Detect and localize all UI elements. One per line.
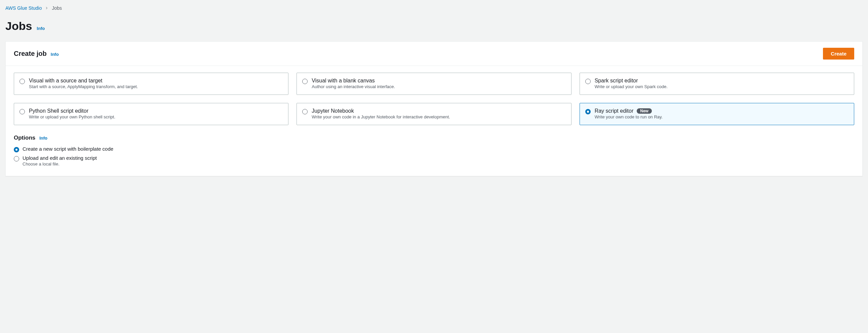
radio-icon (585, 109, 591, 114)
tile-visual-source-target[interactable]: Visual with a source and target Start wi… (14, 73, 288, 95)
breadcrumb: AWS Glue Studio Jobs (5, 4, 863, 13)
panel-title: Create job (14, 50, 47, 58)
tile-desc: Write or upload your own Python shell sc… (29, 114, 115, 119)
job-type-tile-grid: Visual with a source and target Start wi… (14, 73, 854, 125)
tile-jupyter-notebook[interactable]: Jupyter Notebook Write your own code in … (297, 103, 571, 125)
tile-desc: Start with a source, ApplyMapping transf… (29, 84, 138, 89)
option-label: Upload and edit an existing script (23, 155, 97, 161)
tile-title: Visual with a blank canvas (312, 78, 374, 84)
tile-desc: Write your own code in a Jupyter Noteboo… (312, 114, 450, 119)
tile-title: Ray script editor (595, 108, 634, 114)
tile-spark-script-editor[interactable]: Spark script editor Write or upload your… (580, 73, 854, 95)
tile-title: Spark script editor (595, 78, 638, 84)
tile-title: Python Shell script editor (29, 108, 88, 114)
options-section: Options Info Create a new script with bo… (14, 134, 854, 168)
breadcrumb-current: Jobs (52, 5, 62, 11)
tile-desc: Author using an interactive visual inter… (312, 84, 395, 89)
radio-icon (14, 156, 19, 161)
tile-title: Jupyter Notebook (312, 108, 354, 114)
tile-desc: Write or upload your own Spark code. (595, 84, 668, 89)
tile-python-shell-editor[interactable]: Python Shell script editor Write or uplo… (14, 103, 288, 125)
new-badge: New (637, 108, 652, 114)
create-button[interactable]: Create (823, 48, 854, 60)
radio-icon (302, 79, 308, 84)
tile-visual-blank-canvas[interactable]: Visual with a blank canvas Author using … (297, 73, 571, 95)
option-create-new-script[interactable]: Create a new script with boilerplate cod… (14, 145, 854, 154)
page-title: Jobs (5, 20, 32, 33)
create-job-panel: Create job Info Create Visual with a sou… (5, 41, 863, 176)
radio-icon (585, 79, 591, 84)
panel-body: Visual with a source and target Start wi… (6, 66, 862, 176)
page-info-link[interactable]: Info (37, 26, 45, 31)
radio-icon (14, 147, 19, 152)
panel-header: Create job Info Create (6, 42, 862, 66)
chevron-right-icon (45, 6, 49, 10)
options-title: Options (14, 134, 35, 141)
page-title-row: Jobs Info (5, 13, 863, 41)
radio-icon (302, 109, 308, 114)
radio-icon (20, 109, 25, 114)
option-sublabel: Choose a local file. (23, 161, 97, 166)
panel-header-left: Create job Info (14, 50, 59, 58)
tile-ray-script-editor[interactable]: Ray script editor New Write your own cod… (580, 103, 854, 125)
breadcrumb-root-link[interactable]: AWS Glue Studio (5, 5, 42, 11)
panel-info-link[interactable]: Info (51, 52, 59, 57)
option-label: Create a new script with boilerplate cod… (23, 146, 113, 152)
options-info-link[interactable]: Info (39, 135, 48, 141)
option-upload-existing[interactable]: Upload and edit an existing script Choos… (14, 154, 854, 168)
tile-title: Visual with a source and target (29, 78, 102, 84)
tile-desc: Write your own code to run on Ray. (595, 114, 663, 119)
radio-icon (20, 79, 25, 84)
